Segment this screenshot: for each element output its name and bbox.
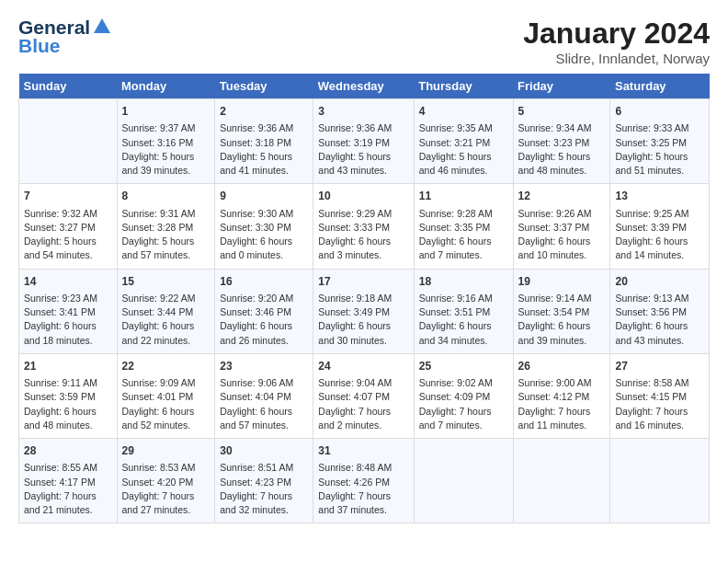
sunset-text: Sunset: 3:18 PM — [220, 137, 291, 148]
sunset-text: Sunset: 3:49 PM — [318, 306, 390, 317]
sunrise-text: Sunrise: 9:25 AM — [615, 208, 688, 219]
sunset-text: Sunset: 3:19 PM — [318, 137, 390, 148]
col-wednesday: Wednesday — [313, 74, 414, 99]
calendar-cell: 22Sunrise: 9:09 AMSunset: 4:01 PMDayligh… — [117, 353, 215, 438]
calendar-cell: 25Sunrise: 9:02 AMSunset: 4:09 PMDayligh… — [414, 353, 513, 438]
daylight-text: Daylight: 6 hours and 0 minutes. — [220, 236, 292, 260]
sunrise-text: Sunrise: 9:32 AM — [24, 208, 97, 219]
calendar-cell: 21Sunrise: 9:11 AMSunset: 3:59 PMDayligh… — [19, 353, 118, 438]
sunrise-text: Sunrise: 8:51 AM — [220, 462, 293, 473]
calendar-cell: 19Sunrise: 9:14 AMSunset: 3:54 PMDayligh… — [513, 269, 610, 353]
week-row-1: 1Sunrise: 9:37 AMSunset: 3:16 PMDaylight… — [19, 99, 710, 184]
calendar-cell: 12Sunrise: 9:26 AMSunset: 3:37 PMDayligh… — [513, 184, 610, 269]
sunset-text: Sunset: 3:28 PM — [122, 222, 194, 233]
daylight-text: Daylight: 7 hours and 11 minutes. — [518, 406, 591, 431]
sunset-text: Sunset: 3:16 PM — [122, 137, 194, 148]
sunrise-text: Sunrise: 8:48 AM — [318, 462, 392, 473]
calendar-cell: 23Sunrise: 9:06 AMSunset: 4:04 PMDayligh… — [215, 353, 313, 438]
sunset-text: Sunset: 4:04 PM — [220, 391, 291, 402]
daylight-text: Daylight: 7 hours and 16 minutes. — [615, 406, 688, 431]
calendar-cell: 10Sunrise: 9:29 AMSunset: 3:33 PMDayligh… — [313, 184, 414, 269]
header-row: Sunday Monday Tuesday Wednesday Thursday… — [19, 74, 710, 99]
daylight-text: Daylight: 6 hours and 7 minutes. — [419, 236, 492, 260]
day-number: 27 — [615, 359, 704, 374]
sunrise-text: Sunrise: 8:58 AM — [615, 377, 688, 388]
header: General Blue January 2024 Slidre, Innlan… — [18, 17, 710, 66]
day-number: 20 — [615, 274, 704, 290]
day-number: 2 — [220, 104, 308, 120]
day-number: 29 — [122, 443, 210, 459]
sunset-text: Sunset: 3:51 PM — [419, 306, 491, 317]
daylight-text: Daylight: 5 hours and 57 minutes. — [122, 236, 195, 260]
svg-marker-0 — [94, 18, 110, 33]
calendar-cell: 28Sunrise: 8:55 AMSunset: 4:17 PMDayligh… — [19, 439, 118, 523]
sunset-text: Sunset: 3:59 PM — [24, 391, 96, 402]
day-number: 12 — [518, 189, 606, 204]
page: General Blue January 2024 Slidre, Innlan… — [0, 0, 728, 533]
daylight-text: Daylight: 5 hours and 43 minutes. — [318, 151, 391, 176]
daylight-text: Daylight: 6 hours and 26 minutes. — [220, 320, 292, 345]
daylight-text: Daylight: 6 hours and 48 minutes. — [24, 406, 97, 431]
day-number: 1 — [122, 104, 210, 120]
calendar-cell: 15Sunrise: 9:22 AMSunset: 3:44 PMDayligh… — [117, 269, 215, 353]
logo: General Blue — [18, 17, 112, 57]
sunrise-text: Sunrise: 9:00 AM — [518, 377, 592, 388]
sunrise-text: Sunrise: 9:09 AM — [122, 377, 196, 388]
sunrise-text: Sunrise: 9:34 AM — [518, 122, 592, 133]
calendar-cell: 16Sunrise: 9:20 AMSunset: 3:46 PMDayligh… — [215, 269, 313, 353]
calendar-cell: 9Sunrise: 9:30 AMSunset: 3:30 PMDaylight… — [215, 184, 313, 269]
sunset-text: Sunset: 4:26 PM — [318, 477, 390, 488]
calendar-cell: 17Sunrise: 9:18 AMSunset: 3:49 PMDayligh… — [313, 269, 414, 353]
sunrise-text: Sunrise: 9:26 AM — [518, 208, 592, 219]
calendar-cell: 20Sunrise: 9:13 AMSunset: 3:56 PMDayligh… — [610, 269, 710, 353]
sunset-text: Sunset: 3:54 PM — [518, 306, 590, 317]
sunset-text: Sunset: 3:35 PM — [419, 222, 491, 233]
sunrise-text: Sunrise: 9:04 AM — [318, 377, 392, 388]
day-number: 5 — [518, 104, 606, 120]
day-number: 22 — [122, 359, 210, 374]
sunset-text: Sunset: 4:01 PM — [122, 391, 194, 402]
day-number: 28 — [24, 443, 112, 459]
calendar-cell: 29Sunrise: 8:53 AMSunset: 4:20 PMDayligh… — [117, 439, 215, 523]
daylight-text: Daylight: 5 hours and 39 minutes. — [122, 151, 195, 176]
day-number: 17 — [318, 274, 408, 290]
calendar-cell: 30Sunrise: 8:51 AMSunset: 4:23 PMDayligh… — [215, 439, 313, 523]
calendar-cell: 2Sunrise: 9:36 AMSunset: 3:18 PMDaylight… — [215, 99, 313, 184]
sunrise-text: Sunrise: 9:02 AM — [419, 377, 493, 388]
day-number: 19 — [518, 274, 606, 290]
col-sunday: Sunday — [19, 74, 118, 99]
daylight-text: Daylight: 6 hours and 34 minutes. — [419, 320, 492, 345]
sunset-text: Sunset: 3:33 PM — [318, 222, 390, 233]
week-row-4: 21Sunrise: 9:11 AMSunset: 3:59 PMDayligh… — [19, 353, 710, 438]
sunset-text: Sunset: 4:12 PM — [518, 391, 590, 402]
daylight-text: Daylight: 5 hours and 41 minutes. — [220, 151, 292, 176]
sunrise-text: Sunrise: 9:28 AM — [419, 208, 493, 219]
logo-icon — [92, 17, 112, 37]
day-number: 21 — [24, 359, 112, 374]
sunrise-text: Sunrise: 9:11 AM — [24, 377, 97, 388]
sunrise-text: Sunrise: 9:36 AM — [318, 122, 392, 133]
col-saturday: Saturday — [610, 74, 710, 99]
calendar-cell — [513, 439, 610, 523]
sunset-text: Sunset: 3:37 PM — [518, 222, 590, 233]
calendar-cell: 13Sunrise: 9:25 AMSunset: 3:39 PMDayligh… — [610, 184, 710, 269]
daylight-text: Daylight: 5 hours and 54 minutes. — [24, 236, 97, 260]
daylight-text: Daylight: 7 hours and 32 minutes. — [220, 490, 292, 515]
sunset-text: Sunset: 4:17 PM — [24, 477, 96, 488]
daylight-text: Daylight: 6 hours and 10 minutes. — [518, 236, 591, 260]
sunset-text: Sunset: 4:20 PM — [122, 477, 194, 488]
calendar-cell — [414, 439, 513, 523]
calendar-cell: 14Sunrise: 9:23 AMSunset: 3:41 PMDayligh… — [19, 269, 118, 353]
daylight-text: Daylight: 6 hours and 22 minutes. — [122, 320, 195, 345]
daylight-text: Daylight: 7 hours and 37 minutes. — [318, 490, 391, 515]
calendar-cell: 31Sunrise: 8:48 AMSunset: 4:26 PMDayligh… — [313, 439, 414, 523]
calendar-cell: 24Sunrise: 9:04 AMSunset: 4:07 PMDayligh… — [313, 353, 414, 438]
calendar-cell — [610, 439, 710, 523]
sunset-text: Sunset: 3:25 PM — [615, 137, 687, 148]
calendar-cell: 8Sunrise: 9:31 AMSunset: 3:28 PMDaylight… — [117, 184, 215, 269]
day-number: 16 — [220, 274, 308, 290]
calendar-cell: 11Sunrise: 9:28 AMSunset: 3:35 PMDayligh… — [414, 184, 513, 269]
day-number: 8 — [122, 189, 210, 204]
sunset-text: Sunset: 4:23 PM — [220, 477, 291, 488]
sunset-text: Sunset: 3:23 PM — [518, 137, 590, 148]
